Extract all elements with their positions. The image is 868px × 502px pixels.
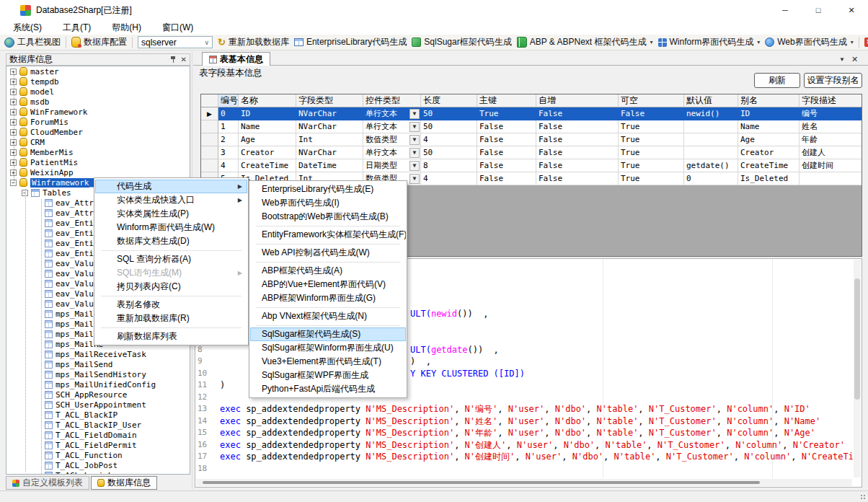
- tree-item-mps_MailSendHistory[interactable]: mps_MailSendHistory: [6, 369, 190, 379]
- submenu-item-16[interactable]: Vue3+Element界面代码生成(T): [250, 355, 406, 369]
- grid-cell[interactable]: DateTime: [296, 159, 363, 172]
- reload-db-button[interactable]: ↻ 重新加载数据库: [218, 36, 289, 48]
- grid-cell[interactable]: False: [536, 146, 619, 159]
- grid-cell[interactable]: False: [477, 146, 536, 159]
- enterpriselibrary-button[interactable]: EnterpriseLibrary代码生成: [294, 36, 407, 48]
- maximize-button[interactable]: □: [802, 0, 835, 20]
- tree-item-ForumMis[interactable]: +ForumMis: [6, 117, 190, 127]
- grid-cell[interactable]: 单行文本▼: [363, 107, 421, 120]
- winform-button[interactable]: Winform界面代码生成 ▾: [658, 36, 761, 48]
- grid-cell[interactable]: False: [477, 133, 536, 146]
- grid-cell[interactable]: True: [619, 159, 684, 172]
- column-header-控件类型[interactable]: 控件类型: [363, 94, 421, 107]
- grid-cell[interactable]: NVarChar: [296, 146, 363, 159]
- db-config-button[interactable]: 数据库配置: [71, 36, 127, 48]
- vertical-scrollbar[interactable]: [854, 260, 861, 477]
- combo-dropdown-icon[interactable]: ▼: [409, 161, 420, 171]
- grid-cell[interactable]: NVarChar: [296, 120, 363, 133]
- grid-cell[interactable]: 单行文本▼: [363, 146, 421, 159]
- resize-grip[interactable]: [860, 494, 866, 500]
- grid-cell[interactable]: Creator: [239, 146, 296, 159]
- grid-cell[interactable]: 50: [421, 146, 477, 159]
- combo-dropdown-icon[interactable]: ▼: [409, 122, 420, 132]
- grid-cell[interactable]: False: [536, 159, 619, 172]
- grid-cell[interactable]: Is_Deleted: [738, 172, 800, 185]
- submenu-item-10[interactable]: ABP框架Winform界面生成(G): [250, 291, 406, 305]
- grid-cell[interactable]: CreateTime: [738, 159, 800, 172]
- tree-item-mps_MailSend[interactable]: mps_MailSend: [6, 359, 190, 369]
- grid-cell[interactable]: 数值类型▼: [363, 133, 421, 146]
- tree-item-SCH_AppResource[interactable]: SCH_AppResource: [6, 389, 190, 400]
- tree-item-T_ACL_BlackIP[interactable]: T_ACL_BlackIP: [6, 410, 190, 420]
- row-header-cell[interactable]: [201, 120, 218, 133]
- grid-cell[interactable]: Name: [738, 120, 800, 133]
- tree-item-tempdb[interactable]: +tempdb: [6, 76, 190, 87]
- context-menu-item-11[interactable]: 重新加载数据库(R): [95, 312, 247, 325]
- grid-cell[interactable]: 1: [218, 120, 239, 133]
- grid-cell[interactable]: 年龄: [800, 133, 862, 146]
- grid-cell[interactable]: 编号: [800, 107, 862, 120]
- tab-custom-templates[interactable]: 自定义模板列表: [6, 476, 89, 490]
- grid-cell[interactable]: 创建时间: [800, 159, 862, 172]
- submenu-item-8[interactable]: ABP框架代码生成(A): [250, 264, 406, 278]
- tab-database-info[interactable]: 数据库信息: [91, 476, 157, 490]
- scrollbar-thumb[interactable]: [203, 481, 760, 484]
- grid-cell[interactable]: 日期类型▼: [363, 159, 421, 172]
- grid-cell[interactable]: Age: [738, 133, 800, 146]
- context-menu-item-8[interactable]: 拷贝列表内容(C): [95, 280, 247, 294]
- refresh-button[interactable]: 刷新: [754, 73, 800, 88]
- grid-cell[interactable]: True: [619, 133, 684, 146]
- tab-table-basic-info[interactable]: 表基本信息: [202, 52, 270, 66]
- tree-item-msdb[interactable]: +msdb: [6, 97, 190, 107]
- tree-item-master[interactable]: +master: [6, 66, 190, 76]
- grid-cell[interactable]: [684, 146, 738, 159]
- submenu-item-14[interactable]: SqlSugar框架代码生成(S): [250, 327, 406, 341]
- column-header-编号[interactable]: 编号: [218, 94, 239, 107]
- grid-cell[interactable]: False: [477, 159, 536, 172]
- row-header-cell[interactable]: [201, 146, 218, 159]
- grid-cell[interactable]: True: [619, 120, 684, 133]
- combo-dropdown-icon[interactable]: ▼: [409, 174, 420, 184]
- grid-cell[interactable]: True: [619, 146, 684, 159]
- grid-cell[interactable]: [684, 120, 738, 133]
- chevron-down-icon[interactable]: ▼: [839, 56, 845, 63]
- grid-cell[interactable]: False: [619, 107, 684, 120]
- db-type-select[interactable]: sqlserver ∨: [138, 36, 213, 48]
- grid-cell[interactable]: Int: [296, 133, 363, 146]
- context-menu-item-13[interactable]: 刷新数据库列表: [95, 330, 247, 343]
- context-menu-item-0[interactable]: 代码生成▶: [95, 180, 247, 193]
- menubar-item-0[interactable]: 系统(S): [13, 22, 42, 34]
- close-button[interactable]: ✕: [835, 0, 868, 20]
- grid-cell[interactable]: [684, 133, 738, 146]
- grid-cell[interactable]: 3: [218, 146, 239, 159]
- submenu-item-18[interactable]: Python+FastApi后端代码生成: [250, 382, 406, 396]
- grid-cell[interactable]: False: [536, 133, 619, 146]
- tree-item-PatientMis[interactable]: +PatientMis: [6, 157, 190, 167]
- combo-dropdown-icon[interactable]: ▼: [409, 148, 420, 158]
- exit-button[interactable]: ✕ 退出: [864, 36, 868, 48]
- horizontal-scrollbar[interactable]: [196, 479, 852, 486]
- grid-cell[interactable]: Age: [239, 133, 296, 146]
- grid-cell[interactable]: 8: [421, 159, 477, 172]
- submenu-item-12[interactable]: Abp VNext框架代码生成(N): [250, 309, 406, 323]
- grid-cell[interactable]: Name: [239, 120, 296, 133]
- grid-cell[interactable]: 4: [421, 172, 477, 185]
- grid-corner-cell[interactable]: [201, 94, 218, 107]
- submenu-item-4[interactable]: EntityFramework实体框架代码生成(F): [250, 228, 406, 242]
- grid-cell[interactable]: False: [536, 120, 619, 133]
- tree-item-T_ACL_BlackIP_User[interactable]: T_ACL_BlackIP_User: [6, 420, 190, 430]
- tree-item-CRM[interactable]: +CRM: [6, 137, 190, 147]
- grid-cell[interactable]: CreateTime: [239, 159, 296, 172]
- grid-cell[interactable]: 4: [218, 159, 239, 172]
- column-header-默认值[interactable]: 默认值: [684, 94, 738, 107]
- grid-cell[interactable]: True: [619, 172, 684, 185]
- grid-cell[interactable]: 0: [684, 172, 738, 185]
- tree-item-mps_MailReceiveTask[interactable]: mps_MailReceiveTask: [6, 349, 190, 359]
- grid-cell[interactable]: 50: [421, 107, 477, 120]
- submenu-item-2[interactable]: Bootstrap的Web界面代码生成(B): [250, 210, 406, 224]
- abp-button[interactable]: ABP & ABPNext 框架代码生成 ▾: [517, 36, 653, 48]
- submenu-item-1[interactable]: Web界面代码生成(I): [250, 196, 406, 210]
- grid-cell[interactable]: [800, 172, 862, 185]
- grid-cell[interactable]: ID: [738, 107, 800, 120]
- context-menu-item-1[interactable]: 实体类生成快速入口▶: [95, 193, 247, 207]
